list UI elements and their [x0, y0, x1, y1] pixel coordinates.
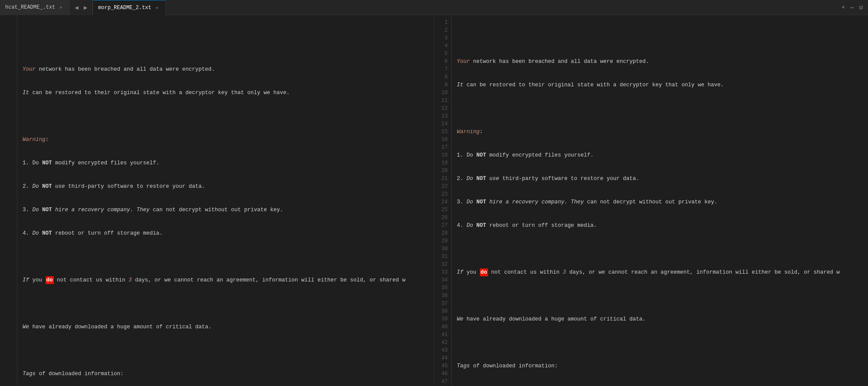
line-item: 1. Do NOT modify encrypted files yoursel… [23, 159, 434, 167]
tab-morp[interactable]: morp_README_2.txt ✕ [93, 0, 165, 15]
line-num: 33 [439, 268, 448, 276]
line-item: 3. Do NOT hire a recovery company. They … [23, 206, 434, 214]
line-num: 5 [439, 50, 448, 58]
line-num: 19 [439, 159, 448, 167]
tab-morp-label: morp_README_2.txt [98, 5, 151, 11]
tab-morp-close[interactable]: ✕ [154, 5, 160, 11]
line-num: 14 [439, 120, 448, 128]
line-item: 2. Do NOT use third-party software to re… [457, 175, 868, 183]
line-num: 13 [439, 112, 448, 120]
line-item: 3. Do NOT hire a recovery company. They … [457, 198, 868, 206]
line-item: Tags of downloaded information: [457, 362, 868, 370]
line-num: 3 [439, 34, 448, 42]
tab-hcat-label: hcat_README_.txt [5, 4, 55, 10]
line-num: 42 [439, 339, 448, 347]
line-num: 17 [439, 144, 448, 151]
line-item [23, 42, 434, 50]
right-editor-pane: 1 2 3 4 5 6 7 8 9 10 11 12 13 14 15 16 1… [434, 15, 868, 386]
line-item: Your network has been breached and all d… [23, 65, 434, 73]
line-num: 9 [439, 81, 448, 89]
line-num: 26 [439, 214, 448, 222]
line-num: 27 [439, 222, 448, 229]
line-num: 23 [439, 190, 448, 198]
line-item: 2. Do NOT use third-party software to re… [23, 183, 434, 190]
line-item: Tags of downloaded information: [23, 370, 434, 378]
line-num: 15 [439, 128, 448, 136]
line-num: 2 [439, 26, 448, 34]
line-num: 22 [439, 183, 448, 190]
line-num: 46 [439, 370, 448, 378]
more-tabs-icon[interactable]: ⋯ [848, 3, 855, 12]
line-item: Warning: [457, 128, 868, 136]
tab-right-actions: + ⋯ ⊡ [836, 3, 868, 12]
line-num: 7 [439, 65, 448, 73]
new-tab-icon[interactable]: + [840, 3, 847, 12]
line-num: 20 [439, 167, 448, 175]
line-item: It can be restored to their original sta… [457, 81, 868, 89]
line-item: We have already downloaded a huge amount… [457, 315, 868, 323]
right-line-numbers: 1 2 3 4 5 6 7 8 9 10 11 12 13 14 15 16 1… [434, 15, 452, 386]
tab-hcat-close[interactable]: ✕ [58, 4, 64, 10]
line-num: 39 [439, 315, 448, 323]
line-num: 10 [439, 89, 448, 97]
left-editor-pane: Your network has been breached and all d… [0, 15, 434, 386]
line-num: 35 [439, 284, 448, 292]
line-num: 37 [439, 300, 448, 307]
line-num: 38 [439, 307, 448, 315]
editors-container: Your network has been breached and all d… [0, 15, 868, 386]
split-editor-icon[interactable]: ⊡ [858, 3, 865, 12]
line-num: 4 [439, 42, 448, 50]
line-item: 1. Do NOT modify encrypted files yoursel… [457, 151, 868, 159]
line-num: 12 [439, 105, 448, 112]
line-num: 44 [439, 354, 448, 362]
line-num: 28 [439, 229, 448, 237]
line-item [457, 292, 868, 300]
line-num: 34 [439, 276, 448, 284]
line-num: 24 [439, 198, 448, 206]
line-item: If you do not contact us within 3 days, … [457, 268, 868, 276]
line-num: 16 [439, 136, 448, 144]
line-item [457, 245, 868, 253]
line-item [457, 105, 868, 112]
line-num: 36 [439, 292, 448, 300]
line-item: Your network has been breached and all d… [457, 58, 868, 65]
line-item [23, 300, 434, 307]
line-num: 45 [439, 362, 448, 370]
line-num: 25 [439, 206, 448, 214]
nav-prev-icon[interactable]: ◀ [73, 3, 80, 12]
line-item: 4. Do NOT reboot or turn off storage med… [23, 229, 434, 237]
line-num: 18 [439, 151, 448, 159]
split-nav: ◀ ▶ [69, 0, 93, 15]
line-num: 31 [439, 253, 448, 261]
line-item: If you do not contact us within 3 days, … [23, 276, 434, 284]
line-item [457, 339, 868, 347]
line-num: 43 [439, 347, 448, 354]
line-item [23, 112, 434, 120]
line-num: 47 [439, 378, 448, 386]
line-num: 8 [439, 73, 448, 81]
line-item: 4. Do NOT reboot or turn off storage med… [457, 222, 868, 229]
line-item: It can be restored to their original sta… [23, 89, 434, 97]
line-num: 6 [439, 58, 448, 65]
line-item [457, 34, 868, 42]
line-num: 40 [439, 323, 448, 331]
line-num: 30 [439, 245, 448, 253]
line-item: We have already downloaded a huge amount… [23, 323, 434, 331]
right-editor-content[interactable]: Your network has been breached and all d… [452, 15, 868, 386]
line-num: 29 [439, 237, 448, 245]
left-editor-content[interactable]: Your network has been breached and all d… [17, 15, 434, 386]
line-item: Warning: [23, 136, 434, 144]
line-num: 21 [439, 175, 448, 183]
line-num: 32 [439, 261, 448, 268]
nav-next-icon[interactable]: ▶ [82, 3, 89, 12]
line-item [23, 253, 434, 261]
line-item [23, 347, 434, 354]
tabs-bar: hcat_README_.txt ✕ ◀ ▶ morp_README_2.txt… [0, 0, 868, 15]
left-line-numbers [0, 15, 17, 386]
line-num: 11 [439, 97, 448, 105]
line-num: 41 [439, 331, 448, 339]
line-num: 1 [439, 19, 448, 26]
tab-hcat[interactable]: hcat_README_.txt ✕ [0, 0, 69, 15]
